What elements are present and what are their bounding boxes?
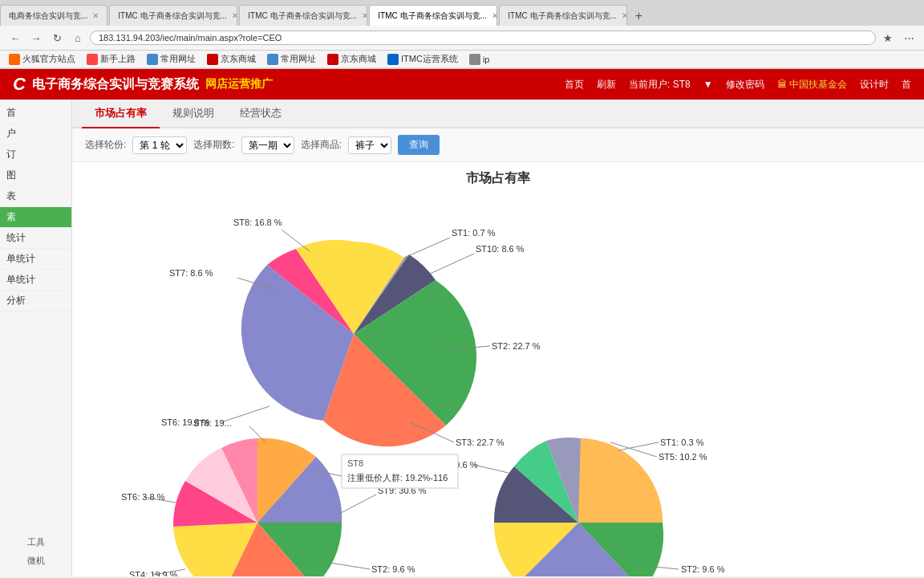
svg-line-8 xyxy=(338,495,376,515)
nav-refresh[interactable]: 刷新 xyxy=(597,78,616,92)
sidebar-item-home[interactable]: 首 xyxy=(0,103,71,124)
common2-icon xyxy=(267,54,278,65)
tab-bar: 电商务综合实训与竞... ✕ ITMC 电子商务综合实训与竞... ✕ ITMC… xyxy=(0,0,924,26)
sidebar-item-market[interactable]: 素 xyxy=(0,207,71,228)
round-select[interactable]: 第 1 轮 xyxy=(132,136,187,154)
sidebar-bottom: 工具 微机 xyxy=(0,527,71,576)
bookmark-jd2[interactable]: 京东商城 xyxy=(325,52,379,66)
pie2-label-st2: ST2: 9.6 % xyxy=(371,564,415,574)
nav-design[interactable]: 设计时 xyxy=(860,78,889,92)
chart-title: 市场占有率 xyxy=(80,170,916,187)
bookmarks-bar: 火狐官方站点 新手上路 常用网址 京东商城 常用网址 京东商城 ITMC运营系统 xyxy=(0,51,924,68)
query-button[interactable]: 查询 xyxy=(398,135,440,155)
new-tab-button[interactable]: + xyxy=(629,6,648,26)
sidebar-machine[interactable]: 微机 xyxy=(6,552,65,570)
svg-line-1 xyxy=(430,254,474,274)
period-select[interactable]: 第一期 xyxy=(241,136,294,154)
app-logo: C 电子商务综合实训与竞赛系统 网店运营推广 xyxy=(13,74,273,95)
jd2-icon xyxy=(327,54,338,65)
tooltip-title: ST8 xyxy=(347,458,363,468)
menu-button[interactable]: ⋯ xyxy=(900,29,918,47)
address-bar[interactable]: 183.131.94.203/iec/main/main.aspx?role=C… xyxy=(90,31,876,45)
svg-line-6 xyxy=(282,230,310,251)
tab-close-3[interactable]: ✕ xyxy=(362,11,367,20)
filter-bar: 选择轮份: 第 1 轮 选择期数: 第一期 选择商品: 裤子 查询 xyxy=(72,128,924,162)
ip-icon xyxy=(469,54,480,65)
firefox-icon xyxy=(9,54,20,65)
nav-extra[interactable]: 首 xyxy=(902,78,911,92)
browser-tab-5[interactable]: ITMC 电子商务综合实训与竞... ✕ xyxy=(499,5,627,26)
sidebar-item-order[interactable]: 订 xyxy=(0,144,71,165)
app-wrapper: C 电子商务综合实训与竞赛系统 网店运营推广 首页 刷新 当前用户: ST8 ▼… xyxy=(0,69,924,576)
nav-current-user: 当前用户: ST8 xyxy=(629,78,691,92)
header-nav: 首页 刷新 当前用户: ST8 ▼ 修改密码 🏛 中国扶基金会 设计时 首 xyxy=(565,78,911,92)
pie1-label-st1: ST1: 0.7 % xyxy=(452,228,496,238)
tab-close-5[interactable]: ✕ xyxy=(622,11,627,20)
sidebar-item-table[interactable]: 表 xyxy=(0,186,71,207)
product-select[interactable]: 裤子 xyxy=(348,136,391,154)
sidebar: 首 户 订 图 表 素 统计 单统计 单统计 分析 工具 微机 xyxy=(0,100,72,576)
sidebar-item-order-stats[interactable]: 单统计 xyxy=(0,249,71,270)
pie1-label-st10: ST10: 8.6 % xyxy=(476,244,525,254)
browser-tab-3[interactable]: ITMC 电子商务综合实训与竞... ✕ xyxy=(239,5,367,26)
tab-close-4[interactable]: ✕ xyxy=(492,11,497,20)
app-header: C 电子商务综合实训与竞赛系统 网店运营推广 首页 刷新 当前用户: ST8 ▼… xyxy=(0,69,924,100)
bookmark-common1[interactable]: 常用网址 xyxy=(144,52,198,66)
sidebar-item-analysis[interactable]: 分析 xyxy=(0,291,71,311)
tab-market-share[interactable]: 市场占有率 xyxy=(82,100,160,128)
browser-tab-2[interactable]: ITMC 电子商务综合实训与竞... ✕ xyxy=(109,5,237,26)
sidebar-item-stats[interactable]: 统计 xyxy=(0,228,71,249)
nav-charity[interactable]: 🏛 中国扶基金会 xyxy=(777,78,847,92)
tab-business[interactable]: 经营状态 xyxy=(227,100,294,127)
pie3-label-st1: ST1: 0.3 % xyxy=(660,438,704,447)
back-button[interactable]: ← xyxy=(6,29,24,47)
sidebar-item-user[interactable]: 户 xyxy=(0,124,71,144)
browser-tab-4[interactable]: ITMC 电子商务综合实训与竞... ✕ xyxy=(369,5,497,26)
jd-icon xyxy=(207,54,218,65)
svg-line-9 xyxy=(330,563,370,569)
sidebar-section-main: 首 户 订 图 表 素 统计 单统计 单统计 分析 xyxy=(0,100,71,315)
newuser-icon xyxy=(87,54,98,65)
bookmark-itmc[interactable]: ITMC运营系统 xyxy=(385,52,460,66)
charts-svg: ST1: 0.7 % ST10: 8.6 % ST2: 22.7 % ST3: … xyxy=(81,193,915,576)
sidebar-item-chart[interactable]: 图 xyxy=(0,165,71,186)
pie1-label-st7: ST7: 8.6 % xyxy=(169,268,213,278)
tab-close-1[interactable]: ✕ xyxy=(92,11,99,20)
sidebar-tools[interactable]: 工具 xyxy=(6,533,65,552)
period-label: 选择期数: xyxy=(193,138,234,152)
pie1-label-st8: ST8: 16.8 % xyxy=(233,218,282,227)
tab-close-2[interactable]: ✕ xyxy=(232,11,237,20)
nav-change-pwd[interactable]: 修改密码 xyxy=(726,78,764,92)
round-label: 选择轮份: xyxy=(85,138,126,152)
product-label: 选择商品: xyxy=(301,138,342,152)
sidebar-item-single-stats[interactable]: 单统计 xyxy=(0,270,71,291)
app-title: 电子商务综合实训与竞赛系统 xyxy=(32,76,199,93)
main-layout: 首 户 订 图 表 素 统计 单统计 单统计 分析 工具 微机 市场占有率 规则… xyxy=(0,100,924,576)
refresh-button[interactable]: ↻ xyxy=(48,29,66,47)
home-button[interactable]: ⌂ xyxy=(69,29,87,47)
svg-line-18 xyxy=(654,567,679,569)
pie1-label-st3: ST3: 22.7 % xyxy=(456,438,505,447)
bookmark-button[interactable]: ★ xyxy=(879,29,897,47)
svg-line-0 xyxy=(404,238,450,258)
svg-line-16 xyxy=(474,465,509,473)
common-icon xyxy=(147,54,158,65)
pie2-label-st4: ST4: 19.9 % xyxy=(129,570,178,576)
pie3-st7b-slice[interactable] xyxy=(578,438,663,523)
nav-home[interactable]: 首页 xyxy=(565,78,584,92)
content-area: 市场占有率 规则说明 经营状态 选择轮份: 第 1 轮 选择期数: 第一期 选择… xyxy=(72,100,924,576)
tab-rules[interactable]: 规则说明 xyxy=(160,100,227,127)
nav-dropdown[interactable]: ▼ xyxy=(703,79,713,90)
pie3-label-st2: ST2: 9.6 % xyxy=(681,564,725,574)
browser-tab-1[interactable]: 电商务综合实训与竞... ✕ xyxy=(0,5,107,26)
bookmark-common2[interactable]: 常用网址 xyxy=(265,52,318,66)
bookmark-firefox[interactable]: 火狐官方站点 xyxy=(6,52,78,66)
bookmark-jd1[interactable]: 京东商城 xyxy=(205,52,258,66)
bookmark-newuser[interactable]: 新手上路 xyxy=(84,52,138,66)
chart-area: 市场占有率 xyxy=(72,162,924,576)
forward-button[interactable]: → xyxy=(27,29,45,47)
tooltip-value: 注重低价人群: 19.2%-116 xyxy=(347,473,448,482)
pie3-label-st5: ST5: 10.2 % xyxy=(659,452,707,462)
bookmark-ip[interactable]: ip xyxy=(467,53,492,66)
content-tabs: 市场占有率 规则说明 经营状态 xyxy=(72,100,924,128)
